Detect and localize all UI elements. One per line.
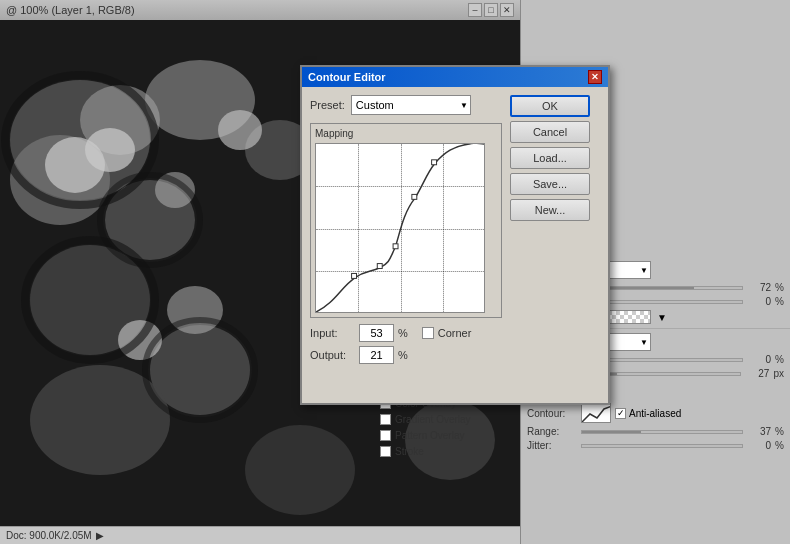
dialog-right: OK Cancel Load... Save... New...: [510, 95, 600, 368]
input-label: Input:: [310, 327, 355, 339]
svg-rect-30: [432, 160, 437, 165]
rp-blend-arrow: ▼: [640, 266, 648, 275]
rp-size-px: px: [773, 368, 784, 379]
input-row: Input: 53 % Corner: [310, 324, 502, 342]
rp-fill-pct: %: [775, 296, 784, 307]
quality-range-row: Range: 37 %: [527, 426, 784, 437]
mapping-canvas[interactable]: [315, 143, 485, 313]
quality-jitter-slider[interactable]: [581, 444, 743, 448]
output-pct: %: [398, 349, 408, 361]
close-button[interactable]: ✕: [500, 3, 514, 17]
svg-point-16: [85, 128, 135, 172]
preset-value: Custom: [356, 99, 394, 111]
preset-row: Preset: Custom ▼: [310, 95, 502, 115]
quality-contour-row: Contour: ✓ Anti-aliased: [527, 403, 784, 423]
dialog-close-button[interactable]: ✕: [588, 70, 602, 84]
dialog-left: Preset: Custom ▼ Mapping: [310, 95, 502, 368]
preset-dropdown[interactable]: Custom ▼: [351, 95, 471, 115]
stroke-checkbox[interactable]: [380, 446, 391, 457]
output-label: Output:: [310, 349, 355, 361]
input-pct: %: [398, 327, 408, 339]
svg-rect-26: [352, 273, 357, 278]
quality-range-pct: %: [775, 426, 784, 437]
main-titlebar: @ 100% (Layer 1, RGB/8) – □ ✕: [0, 0, 520, 20]
output-value-box[interactable]: 21: [359, 346, 394, 364]
dialog-body: Preset: Custom ▼ Mapping: [302, 87, 608, 376]
preset-label: Preset:: [310, 99, 345, 111]
rp-spread-value: 0: [747, 354, 771, 365]
main-titlebar-buttons: – □ ✕: [468, 3, 514, 17]
gradient-overlay-label: Gradient Overlay: [395, 414, 471, 425]
pattern-overlay-item: Pattern Overlay: [380, 427, 535, 443]
pattern-overlay-checkbox[interactable]: [380, 430, 391, 441]
stroke-item: Stroke: [380, 443, 535, 459]
preset-dropdown-arrow: ▼: [460, 101, 468, 110]
mapping-group: Mapping: [310, 123, 502, 318]
pattern-overlay-label: Pattern Overlay: [395, 430, 464, 441]
stroke-label: Stroke: [395, 446, 424, 457]
load-button[interactable]: Load...: [510, 147, 590, 169]
gradient-overlay-checkbox[interactable]: [380, 414, 391, 425]
anti-alias-check: ✓ Anti-aliased: [615, 408, 681, 419]
rp-opacity-value: 72: [747, 282, 771, 293]
ok-button[interactable]: OK: [510, 95, 590, 117]
corner-checkbox[interactable]: [422, 327, 434, 339]
svg-rect-28: [393, 244, 398, 249]
rp-spread-pct: %: [775, 354, 784, 365]
quality-contour-preview[interactable]: [581, 403, 611, 423]
svg-rect-29: [412, 194, 417, 199]
corner-row: Corner: [422, 327, 472, 339]
cancel-button[interactable]: Cancel: [510, 121, 590, 143]
save-button[interactable]: Save...: [510, 173, 590, 195]
input-value-box[interactable]: 53: [359, 324, 394, 342]
status-arrow[interactable]: ▶: [96, 530, 104, 541]
dialog-title: Contour Editor: [308, 71, 386, 83]
quality-jitter-row: Jitter: 0 %: [527, 440, 784, 451]
rp-fill-value: 0: [747, 296, 771, 307]
new-button[interactable]: New...: [510, 199, 590, 221]
svg-point-13: [245, 425, 355, 515]
contour-thumb-svg: [582, 404, 611, 423]
status-text: Doc: 900.0K/2.05M: [6, 530, 92, 541]
quality-range-fill: [582, 431, 641, 433]
quality-range-value: 37: [747, 426, 771, 437]
main-window-title: @ 100% (Layer 1, RGB/8): [6, 4, 135, 16]
anti-alias-checkbox[interactable]: ✓: [615, 408, 626, 419]
output-value: 21: [370, 349, 382, 361]
anti-alias-label: Anti-aliased: [629, 408, 681, 419]
output-row: Output: 21 %: [310, 346, 502, 364]
mapping-curve-svg: [316, 144, 484, 312]
maximize-button[interactable]: □: [484, 3, 498, 17]
rp-technique-arrow: ▼: [640, 338, 648, 347]
quality-range-slider[interactable]: [581, 430, 743, 434]
svg-rect-25: [582, 404, 611, 423]
quality-jitter-value: 0: [747, 440, 771, 451]
quality-jitter-pct: %: [775, 440, 784, 451]
corner-label: Corner: [438, 327, 472, 339]
contour-editor-dialog: Contour Editor ✕ Preset: Custom ▼ Mappin…: [300, 65, 610, 405]
svg-rect-27: [377, 264, 382, 269]
rp-size-value: 27: [745, 368, 769, 379]
rp-opacity-pct: %: [775, 282, 784, 293]
gradient-overlay-item: Gradient Overlay: [380, 411, 535, 427]
svg-point-18: [218, 110, 262, 150]
minimize-button[interactable]: –: [468, 3, 482, 17]
dialog-titlebar: Contour Editor ✕: [302, 67, 608, 87]
status-bar: Doc: 900.0K/2.05M ▶: [0, 526, 520, 544]
rp-swatch-arrow[interactable]: ▼: [657, 312, 667, 323]
mapping-legend: Mapping: [315, 128, 497, 139]
input-value: 53: [370, 327, 382, 339]
